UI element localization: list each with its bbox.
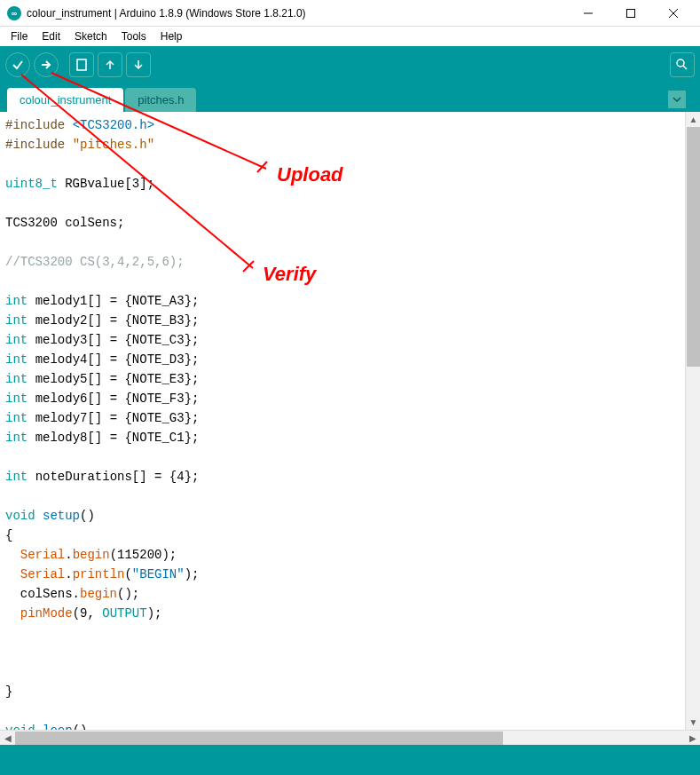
menu-file[interactable]: File [4, 28, 35, 44]
horizontal-scroll-thumb[interactable] [15, 732, 503, 745]
vertical-scroll-thumb[interactable] [687, 127, 700, 367]
magnifier-icon [675, 58, 689, 72]
vertical-scrollbar[interactable]: ▲ ▼ [685, 112, 700, 730]
close-button[interactable] [661, 4, 686, 22]
tab-menu-button[interactable] [668, 91, 686, 108]
menu-help[interactable]: Help [153, 28, 190, 44]
serial-monitor-button[interactable] [670, 52, 695, 77]
menu-edit[interactable]: Edit [35, 28, 67, 44]
menu-sketch[interactable]: Sketch [67, 28, 114, 44]
arrow-up-icon [104, 59, 116, 71]
toolbar [0, 46, 700, 83]
scroll-right-arrow[interactable]: ▶ [685, 732, 700, 745]
tab-pitches-h[interactable]: pitches.h [125, 88, 196, 112]
menubar: File Edit Sketch Tools Help [0, 27, 700, 46]
tabbar: colour_instrument pitches.h [0, 83, 700, 112]
window-titlebar: ∞ colour_instrument | Arduino 1.8.9 (Win… [0, 0, 700, 27]
statusbar [0, 745, 700, 775]
svg-line-6 [683, 66, 687, 69]
scroll-down-arrow[interactable]: ▼ [687, 716, 700, 729]
arrow-down-icon [132, 59, 145, 71]
verify-button[interactable] [5, 52, 30, 77]
svg-point-5 [677, 59, 684, 67]
upload-button[interactable] [34, 52, 59, 77]
maximize-button[interactable] [618, 4, 643, 22]
svg-rect-4 [77, 59, 86, 70]
menu-tools[interactable]: Tools [114, 28, 153, 44]
scroll-up-arrow[interactable]: ▲ [687, 113, 700, 126]
arrow-right-icon [39, 58, 53, 72]
save-button[interactable] [126, 52, 151, 77]
app-icon: ∞ [7, 6, 21, 20]
window-title: colour_instrument | Arduino 1.8.9 (Windo… [27, 7, 576, 20]
file-icon [75, 59, 88, 71]
chevron-down-icon [672, 95, 681, 104]
minimize-button[interactable] [576, 4, 601, 22]
svg-rect-1 [627, 9, 635, 17]
open-button[interactable] [98, 52, 122, 77]
scroll-left-arrow[interactable]: ◀ [0, 732, 15, 745]
check-icon [11, 58, 25, 72]
horizontal-scrollbar[interactable]: ◀ ▶ [0, 730, 700, 745]
code-editor[interactable]: #include <TCS3200.h> #include "pitches.h… [0, 112, 685, 730]
tab-colour-instrument[interactable]: colour_instrument [7, 88, 123, 112]
new-button[interactable] [69, 52, 94, 77]
